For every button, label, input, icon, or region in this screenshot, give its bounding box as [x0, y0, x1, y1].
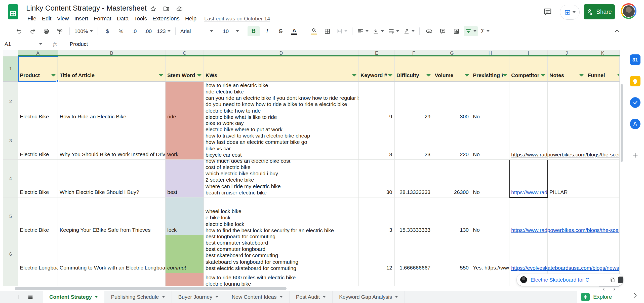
- show-side-panel-icon[interactable]: [632, 292, 638, 299]
- merge-cells-button[interactable]: [335, 26, 349, 36]
- menu-item[interactable]: Extensions: [150, 15, 182, 22]
- cell-H6[interactable]: Yes: https://www: [471, 235, 509, 273]
- cell-I1[interactable]: Competitor I: [509, 56, 548, 81]
- tab-post-audit[interactable]: Post Audit: [290, 291, 333, 303]
- cell-H3[interactable]: No: [471, 122, 509, 160]
- insert-link-button[interactable]: [423, 26, 435, 36]
- contacts-icon[interactable]: [630, 119, 640, 129]
- tab-new-content-ideas[interactable]: New Content Ideas: [225, 291, 290, 303]
- comment-history-icon[interactable]: [543, 8, 552, 16]
- menu-item[interactable]: Format: [91, 15, 114, 22]
- cell-C7[interactable]: [166, 273, 204, 286]
- cell-B1[interactable]: Title of Article: [58, 56, 166, 81]
- calendar-icon[interactable]: 31: [630, 54, 640, 65]
- cell-C2[interactable]: ride: [166, 81, 204, 122]
- cell-D7[interactable]: how to ride 600 miles with electric bike…: [204, 273, 359, 286]
- all-sheets-icon[interactable]: [27, 294, 34, 300]
- edit-link-icon[interactable]: [618, 277, 623, 283]
- strikethrough-button[interactable]: S: [275, 26, 287, 36]
- cell-K1[interactable]: Funnel: [586, 56, 620, 81]
- cell-H7[interactable]: [471, 273, 509, 286]
- select-all-corner[interactable]: [3, 50, 18, 56]
- menu-item[interactable]: Help: [182, 15, 199, 22]
- spreadsheet-grid[interactable]: A B C D E F G H I J K 1 Product Title of…: [3, 50, 620, 286]
- row-header-3[interactable]: 3: [3, 122, 18, 160]
- number-format-menu[interactable]: 123: [156, 26, 172, 36]
- format-currency-button[interactable]: $: [101, 26, 113, 36]
- filter-icon[interactable]: [579, 73, 584, 79]
- insert-chart-button[interactable]: [450, 26, 462, 36]
- cell-A5[interactable]: Electric Bike: [18, 197, 58, 235]
- cell-F4[interactable]: 28.13333333: [395, 160, 433, 197]
- decrease-decimal-button[interactable]: .0: [129, 26, 141, 36]
- bold-button[interactable]: B: [248, 26, 260, 36]
- cell-D5[interactable]: wheel lock bikee bike lockelectric bike …: [204, 197, 359, 235]
- cell-A2[interactable]: Electric Bike: [18, 81, 58, 122]
- undo-button[interactable]: [13, 26, 25, 36]
- cell-G5[interactable]: 130: [433, 197, 471, 235]
- row-header-1[interactable]: 1: [3, 56, 18, 81]
- competitor-link-row3[interactable]: https://www.radpowerbikes.com/blogs/the-…: [511, 151, 619, 158]
- tab-content-strategy[interactable]: Content Strategy: [43, 291, 104, 303]
- cell-F6[interactable]: 1.666666667: [395, 235, 433, 273]
- cell-E7[interactable]: [359, 273, 395, 286]
- formula-input[interactable]: Product: [63, 41, 88, 47]
- cell-J4[interactable]: PILLAR: [548, 160, 586, 197]
- tab-publishing-schedule[interactable]: Publishing Schedule: [104, 291, 172, 303]
- cell-B6[interactable]: Commuting to Work with an Electric Longb…: [58, 235, 166, 273]
- cell-F1[interactable]: Difficulty: [395, 56, 433, 81]
- tab-keyword-gap-analysis[interactable]: Keyword Gap Analysis: [333, 291, 405, 303]
- text-wrap-button[interactable]: [387, 26, 400, 36]
- document-title[interactable]: Linky Content Strategy - Mastersheet: [26, 4, 147, 12]
- format-percent-button[interactable]: %: [115, 26, 127, 36]
- last-edit-link[interactable]: Last edit was on October 14: [204, 16, 270, 22]
- zoom-select[interactable]: 100%: [73, 26, 94, 36]
- cell-J2[interactable]: [548, 81, 586, 122]
- cell-D1[interactable]: KWs: [204, 56, 359, 81]
- cloud-saved-icon[interactable]: [176, 6, 183, 12]
- paint-format-button[interactable]: [54, 26, 66, 36]
- cell-F7[interactable]: [395, 273, 433, 286]
- explore-button[interactable]: Explore: [577, 291, 626, 303]
- add-sheet-icon[interactable]: [16, 294, 22, 300]
- horizontal-scrollbar-thumb[interactable]: [15, 287, 287, 290]
- cell-G3[interactable]: 220: [433, 122, 471, 160]
- cell-E6[interactable]: 12: [359, 235, 395, 273]
- horizontal-scrollbar[interactable]: [0, 286, 620, 291]
- cell-A7[interactable]: [18, 273, 58, 286]
- filter-icon[interactable]: [617, 73, 620, 79]
- horizontal-align-button[interactable]: [356, 26, 370, 36]
- cell-E3[interactable]: 8: [359, 122, 395, 160]
- cell-D6[interactable]: best longboard for commutingbest commute…: [204, 235, 359, 273]
- print-button[interactable]: [40, 26, 52, 36]
- star-icon[interactable]: [150, 6, 156, 12]
- cell-K4[interactable]: [586, 160, 620, 197]
- fill-color-button[interactable]: [308, 26, 320, 36]
- cell-C1[interactable]: Stem Word: [166, 56, 204, 81]
- competitor-link-row4[interactable]: https://www.radp: [511, 189, 547, 196]
- cell-D2[interactable]: how to ride an electric bikeride electri…: [204, 81, 359, 122]
- vertical-scrollbar-thumb[interactable]: [621, 84, 623, 162]
- cell-E1[interactable]: Keyword #: [359, 56, 395, 81]
- text-color-button[interactable]: A: [288, 26, 300, 36]
- vertical-align-button[interactable]: [371, 26, 385, 36]
- row-header-6[interactable]: 6: [3, 235, 18, 273]
- cell-A3[interactable]: Electric Bike: [18, 122, 58, 160]
- cell-G1[interactable]: Volume: [433, 56, 471, 81]
- tab-buyer-journey[interactable]: Buyer Journey: [172, 291, 225, 303]
- cell-C3[interactable]: work: [166, 122, 204, 160]
- cell-F3[interactable]: 23: [395, 122, 433, 160]
- italic-button[interactable]: I: [261, 26, 273, 36]
- filter-icon[interactable]: [464, 73, 470, 79]
- filter-icon[interactable]: [351, 73, 357, 79]
- menu-item[interactable]: Edit: [39, 15, 54, 22]
- copy-link-icon[interactable]: [610, 277, 615, 283]
- cell-K2[interactable]: [586, 81, 620, 122]
- share-button[interactable]: Share: [584, 4, 615, 19]
- cell-H4[interactable]: No: [471, 160, 509, 197]
- cell-D3[interactable]: bike to work dayelectric bike where to p…: [204, 122, 359, 160]
- cell-E2[interactable]: 9: [359, 81, 395, 122]
- filter-icon[interactable]: [158, 73, 164, 79]
- cell-C4[interactable]: best: [166, 160, 204, 197]
- cell-D4[interactable]: how much does an electric bike costcost …: [204, 160, 359, 197]
